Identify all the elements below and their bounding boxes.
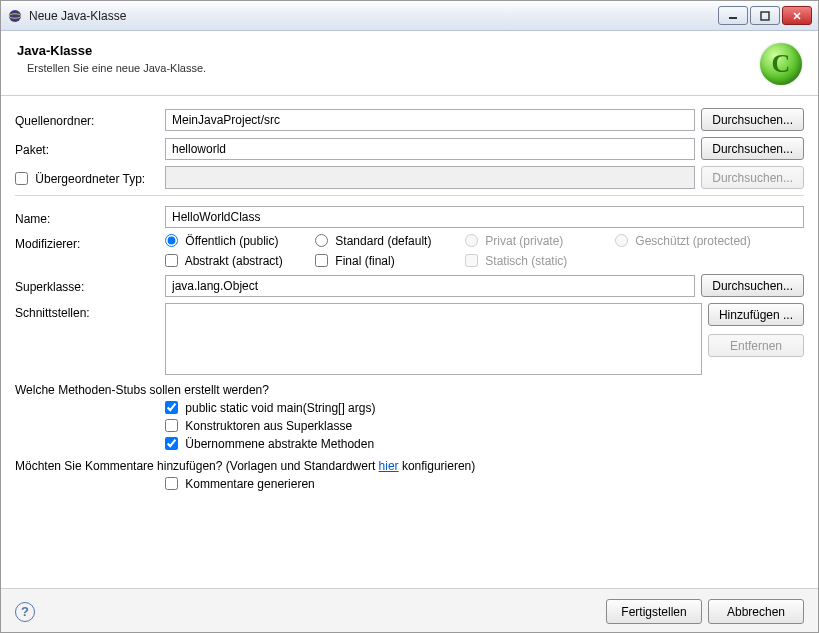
name-input[interactable] [165,206,804,228]
browse-superclass-button[interactable]: Durchsuchen... [701,274,804,297]
modifier-abstract[interactable]: Abstrakt (abstract) [165,254,315,268]
banner-heading: Java-Klasse [17,43,760,58]
close-button[interactable] [782,6,812,25]
titlebar: Neue Java-Klasse [1,1,818,31]
label-superclass: Superklasse: [15,277,165,294]
modifier-final[interactable]: Final (final) [315,254,465,268]
class-icon: C [760,43,802,85]
configure-link[interactable]: hier [379,459,399,473]
modifier-protected: Geschützt (protected) [615,234,785,248]
help-icon[interactable]: ? [15,602,35,622]
stubs-question: Welche Methoden-Stubs sollen erstellt we… [15,383,804,397]
eclipse-icon [7,8,23,24]
modifier-private: Privat (private) [465,234,615,248]
browse-source-folder-button[interactable]: Durchsuchen... [701,108,804,131]
source-folder-input[interactable] [165,109,695,131]
separator [15,195,804,196]
superclass-input[interactable] [165,275,695,297]
label-name: Name: [15,209,165,226]
banner-subheading: Erstellen Sie eine neue Java-Klasse. [27,62,760,74]
enclosing-type-check[interactable]: Übergeordneter Typ: [15,172,145,186]
package-input[interactable] [165,138,695,160]
modifier-default[interactable]: Standard (default) [315,234,465,248]
wizard-banner: Java-Klasse Erstellen Sie eine neue Java… [1,31,818,96]
interfaces-list[interactable] [165,303,702,375]
window-controls [718,6,812,25]
svg-point-0 [9,10,21,22]
enclosing-type-input [165,166,695,189]
form: Quellenordner: Durchsuchen... Paket: Dur… [1,96,818,497]
label-modifiers: Modifizierer: [15,234,165,251]
modifier-public[interactable]: Öffentlich (public) [165,234,315,248]
minimize-button[interactable] [718,6,748,25]
stub-main-check[interactable]: public static void main(String[] args) [165,401,804,415]
button-bar: ? Fertigstellen Abbrechen [1,588,818,633]
modifier-static: Statisch (static) [465,254,615,268]
stub-inherited-abstract-check[interactable]: Übernommene abstrakte Methoden [165,437,804,451]
finish-button[interactable]: Fertigstellen [606,599,702,624]
window-title: Neue Java-Klasse [29,9,718,23]
comments-question: Möchten Sie Kommentare hinzufügen? (Vorl… [15,459,804,473]
add-interface-button[interactable]: Hinzufügen ... [708,303,804,326]
svg-rect-3 [761,12,769,20]
label-package: Paket: [15,140,165,157]
label-source-folder: Quellenordner: [15,111,165,128]
stub-super-constructors-check[interactable]: Konstruktoren aus Superklasse [165,419,804,433]
maximize-button[interactable] [750,6,780,25]
generate-comments-check[interactable]: Kommentare generieren [165,477,804,491]
browse-package-button[interactable]: Durchsuchen... [701,137,804,160]
browse-enclosing-button: Durchsuchen... [701,166,804,189]
label-interfaces: Schnittstellen: [15,303,165,320]
remove-interface-button: Entfernen [708,334,804,357]
cancel-button[interactable]: Abbrechen [708,599,804,624]
